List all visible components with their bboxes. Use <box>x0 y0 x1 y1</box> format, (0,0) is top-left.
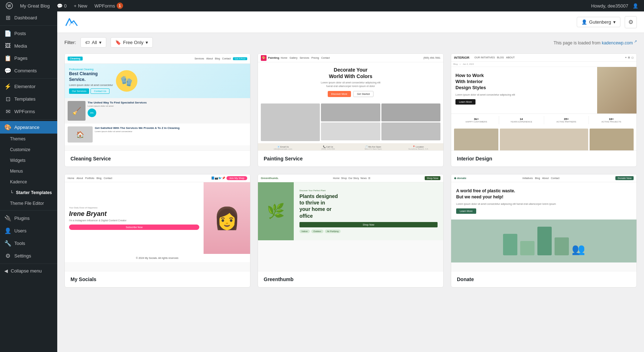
st-nav-join-btn[interactable]: Join My Shop <box>226 176 247 180</box>
sidebar-item-label: Tools <box>14 241 25 246</box>
sidebar-item-posts[interactable]: 📄 Posts <box>0 27 57 40</box>
filter-all-label: All <box>92 40 97 45</box>
sidebar-item-plugins[interactable]: 🔌 Plugins <box>0 212 57 225</box>
it-hero-btn[interactable]: Learn More <box>455 99 475 105</box>
sidebar-item-users[interactable]: 👤 Users <box>0 225 57 237</box>
comments-count: 0 <box>64 3 67 9</box>
sidebar-item-starter-templates[interactable]: └ Starter Templates <box>0 187 57 198</box>
comments-button[interactable]: 💬 0 <box>54 0 69 11</box>
sidebar-item-label: Settings <box>14 253 31 259</box>
sidebar-item-templates[interactable]: ⊡ Templates <box>0 93 57 105</box>
dt-hero-sub: Lorem ipsum dolor sit amet consectetur a… <box>456 202 631 206</box>
new-label: New <box>78 3 87 9</box>
template-card-donate[interactable]: ◆ donate Initiatives Blog About Contact … <box>451 174 637 288</box>
plugin-header: 👤 Gutenberg ▾ ⚙ <box>57 11 644 33</box>
template-card-socials[interactable]: Home About Portfolio Blog Contact 📘📷🐦📌 J… <box>64 174 250 288</box>
posts-icon: 📄 <box>4 30 11 37</box>
cleaning-service-label: Cleaning Service <box>65 150 250 167</box>
sidebar-item-comments[interactable]: 💬 Comments <box>0 64 57 77</box>
sidebar-item-widgets[interactable]: Widgets <box>0 155 57 166</box>
sidebar-item-dashboard[interactable]: ⊞ Dashboard <box>0 11 57 24</box>
plus-icon: + <box>74 3 77 9</box>
sidebar-item-customize[interactable]: Customize <box>0 144 57 155</box>
howdy-text: Howdy, dee35007 <box>591 3 628 9</box>
template-card-greenthumb[interactable]: Greenthumb. Home Shop Our Story News ☰ S… <box>258 174 444 288</box>
gt-hero: 🌿 Discover Your Perfect Plant Plants des… <box>258 182 443 240</box>
sidebar-item-label: Comments <box>14 68 37 73</box>
collapse-label: Collapse menu <box>11 268 42 274</box>
sidebar-item-theme-file-editor[interactable]: Theme File Editor <box>0 198 57 209</box>
it-nav: INTERIOR OUR INITIATIVES BLOG ABOUT ≡ ⊞ … <box>451 54 636 62</box>
ct-hero: Professional Cleaning Best CleaningServi… <box>65 64 250 98</box>
it-breadcrumb: Blog • Jan 4, 2024 <box>451 62 636 67</box>
socials-thumbnail: Home About Portfolio Blog Contact 📘📷🐦📌 J… <box>65 174 250 271</box>
sidebar-item-themes[interactable]: Themes <box>0 134 57 144</box>
sidebar-item-media[interactable]: 🖼 Media <box>0 40 57 52</box>
sidebar-item-menus[interactable]: Menus <box>0 166 57 177</box>
main-content: 👤 Gutenberg ▾ ⚙ Filter: 🏷 All ▾ 🔖 Free O… <box>57 11 644 352</box>
cleaning-preview: Cleaning Services About Blog Contact Get… <box>65 54 250 145</box>
gt-tags: Indoor Outdoor Air Purifying <box>299 230 438 233</box>
site-name-button[interactable]: My Great Blog <box>17 0 53 11</box>
gt-hero-right: Discover Your Perfect Plant Plants desig… <box>294 182 443 240</box>
ct-btn-contact[interactable]: Contact Us <box>91 88 109 94</box>
sidebar-item-tools[interactable]: 🔧 Tools <box>0 237 57 250</box>
ct-vacuum-image: 🧹 <box>68 101 86 121</box>
template-card-painting[interactable]: 🎨 Painting Home Gallery Services Pricing… <box>258 53 444 167</box>
pt-btn-get-started[interactable]: Get Started <box>353 91 374 97</box>
interior-design-label: Interior Design <box>451 150 636 167</box>
wpforms-button[interactable]: WPForms 1 <box>92 0 126 11</box>
gt-nav-btn[interactable]: Shop Now <box>425 176 440 180</box>
filter-bar: Filter: 🏷 All ▾ 🔖 Free Only ▾ This page … <box>57 33 644 52</box>
sidebar-item-elementor[interactable]: ⚡ Elementor <box>0 80 57 93</box>
st-person-image: 👩 <box>204 182 250 254</box>
appearance-icon: 🎨 <box>4 124 11 131</box>
wp-logo-button[interactable]: W <box>3 0 16 11</box>
adminbar-right: Howdy, dee35007 👤 <box>591 0 641 11</box>
sidebar-item-label: WPForms <box>14 109 35 114</box>
sidebar-item-wpforms[interactable]: ✉ WPForms <box>0 105 57 118</box>
ct-btn-our-services[interactable]: Our Services <box>69 88 89 94</box>
user-avatar-button[interactable]: 👤 <box>630 0 641 11</box>
sidebar-sub-label: Widgets <box>10 158 25 163</box>
plugin-header-right: 👤 Gutenberg ▾ ⚙ <box>577 16 637 28</box>
pt-hero: Decorate YourWorld With Colors Lorem ips… <box>258 62 443 101</box>
sidebar-item-appearance[interactable]: 🎨 Appearance <box>0 121 57 134</box>
donate-thumbnail: ◆ donate Initiatives Blog About Contact … <box>451 174 636 271</box>
pt-btn-discover[interactable]: Discover More <box>328 91 351 97</box>
donate-preview: ◆ donate Initiatives Blog About Contact … <box>451 174 636 262</box>
filter-all-button[interactable]: 🏷 All ▾ <box>80 37 106 48</box>
st-hero-name: Irene Bryant <box>69 210 199 218</box>
pt-image-4 <box>381 103 440 121</box>
gt-shop-btn[interactable]: Shop Now <box>299 222 438 227</box>
sidebar-item-label: Users <box>14 228 26 233</box>
it-stat-2: 14 YEARS EXPERIENCE <box>499 116 544 124</box>
dt-nav-donate-btn[interactable]: Donate Now <box>615 176 634 180</box>
menu-separator-1 <box>0 25 57 26</box>
pt-nav-links: Home Gallery Services Pricing Contact <box>281 57 330 59</box>
ct-nav: Cleaning Services About Blog Contact Get… <box>65 54 250 64</box>
template-card-cleaning[interactable]: Cleaning Services About Blog Contact Get… <box>64 53 250 167</box>
new-content-button[interactable]: + New <box>71 0 90 11</box>
sidebar-item-label: Templates <box>14 96 35 102</box>
sidebar-item-settings[interactable]: ⚙ Settings <box>0 250 57 262</box>
template-card-interior[interactable]: INTERIOR OUR INITIATIVES BLOG ABOUT ≡ ⊞ … <box>451 53 637 167</box>
dt-learn-more-btn[interactable]: Learn More <box>456 208 476 214</box>
st-hero: Your Daily Dose of Happiness Irene Bryan… <box>65 182 250 254</box>
external-link-icon: ↗ <box>634 39 637 43</box>
sidebar-item-kadence[interactable]: Kadence <box>0 177 57 187</box>
st-nav: Home About Portfolio Blog Contact 📘📷🐦📌 J… <box>65 174 250 182</box>
st-subscribe-btn[interactable]: Subscribe Now <box>69 225 199 230</box>
settings-gear-button[interactable]: ⚙ <box>625 16 637 28</box>
sidebar-item-pages[interactable]: 📋 Pages <box>0 52 57 64</box>
collapse-menu-button[interactable]: ◀ Collapse menu <box>0 265 57 276</box>
dt-nav-links: Initiatives Blog About Contact <box>522 177 560 179</box>
comments-icon: 💬 <box>4 67 11 74</box>
gutenberg-button[interactable]: 👤 Gutenberg ▾ <box>577 17 620 27</box>
filter-free-only-button[interactable]: 🔖 Free Only ▾ <box>111 37 153 48</box>
it-hero-left: How to WorkWith InteriorDesign Styles Lo… <box>451 67 597 114</box>
kadencewp-link[interactable]: kadencewp.com ↗ <box>602 40 637 45</box>
it-gallery-img-2 <box>500 129 588 150</box>
wpforms-label: WPForms <box>94 3 115 9</box>
painting-thumbnail: 🎨 Painting Home Gallery Services Pricing… <box>258 54 443 150</box>
